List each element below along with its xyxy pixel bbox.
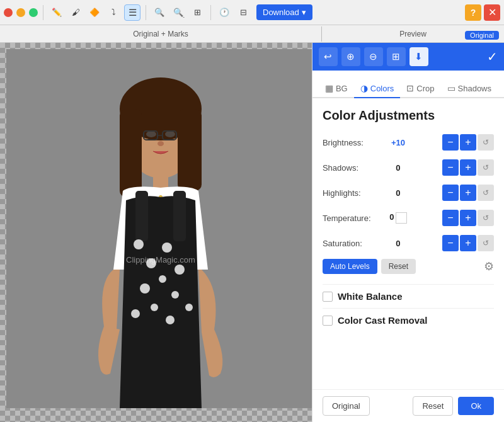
saturation-controls: − + ↺ — [442, 235, 494, 251]
bottom-reset-button[interactable]: Reset — [413, 396, 453, 416]
shadows-tab-icon: ▭ — [447, 83, 455, 93]
svg-point-23 — [151, 304, 158, 311]
reset-all-button[interactable]: Reset — [381, 259, 416, 274]
brightness-decrease[interactable]: − — [442, 134, 459, 151]
panel-zoom-in[interactable]: ⊕ — [341, 47, 360, 66]
shadows-reset[interactable]: ↺ — [478, 159, 494, 176]
tab-colors[interactable]: ◑ Colors — [354, 79, 401, 98]
white-balance-checkbox[interactable] — [323, 292, 333, 302]
undo-button[interactable]: ↩ — [319, 47, 338, 66]
right-toolbar-icons: ? ✕ — [465, 4, 500, 21]
preview-label-area: Preview Original — [322, 30, 504, 38]
temperature-reset[interactable]: ↺ — [478, 210, 494, 226]
crop-tab-icon: ⊡ — [406, 83, 414, 93]
canvas-area[interactable]: ClippingMagic.com — [0, 43, 312, 422]
color-cast-checkbox[interactable] — [323, 316, 333, 326]
svg-point-25 — [185, 304, 193, 311]
auto-levels-button[interactable]: Auto Levels — [323, 259, 377, 274]
brightness-reset[interactable]: ↺ — [478, 134, 494, 151]
panel-download[interactable]: ⬇ — [410, 47, 428, 66]
ok-button[interactable]: Ok — [458, 397, 494, 415]
separator-1 — [43, 5, 43, 20]
fit-view-btn[interactable]: ⊞ — [189, 4, 205, 21]
bottom-action-bar: Original Reset Ok — [312, 389, 504, 422]
saturation-increase[interactable]: + — [460, 235, 476, 251]
tab-bg[interactable]: ▦ BG — [319, 79, 354, 98]
main-toolbar: ✏️ 🖌 🔶 ⤵ ☰ 🔍 🔍- ⊞ 🕐 ⊟ Download ▾ ? ✕ — [0, 0, 504, 25]
help-button[interactable]: ? — [465, 4, 481, 21]
highlights-controls: − + ↺ — [442, 185, 494, 201]
preview-label: Preview — [399, 30, 427, 38]
lasso-tool[interactable]: ⤵ — [105, 4, 122, 21]
marker-tool[interactable]: 🔶 — [86, 4, 103, 21]
color-cast-row: Color Cast Removal — [323, 308, 494, 332]
svg-point-16 — [146, 258, 156, 268]
zoom-in-btn[interactable]: 🔍 — [151, 4, 168, 21]
brightness-row: Brightness: +10 − + ↺ — [323, 133, 494, 152]
separator-2 — [146, 5, 146, 20]
temperature-swatch — [396, 212, 407, 224]
temperature-label: Temperature: — [323, 214, 382, 223]
temperature-decrease[interactable]: − — [442, 210, 459, 226]
panel-fit-view[interactable]: ⊞ — [387, 47, 406, 66]
brightness-value: +10 — [382, 138, 414, 147]
svg-point-5 — [146, 131, 156, 137]
eraser-tool[interactable]: ✏️ — [49, 4, 65, 21]
original-badge[interactable]: Original — [465, 31, 499, 40]
shadows-label: Shadows: — [323, 163, 382, 173]
svg-rect-4 — [178, 109, 202, 191]
minimize-dot[interactable] — [16, 8, 25, 17]
white-balance-label[interactable]: White Balance — [338, 291, 403, 302]
image-container: ClippingMagic.com — [6, 49, 312, 408]
svg-rect-3 — [120, 109, 142, 197]
shadows-value: 0 — [382, 163, 414, 173]
color-cast-label[interactable]: Color Cast Removal — [338, 315, 428, 326]
panel-toolbar: ↩ ⊕ ⊖ ⊞ ⬇ ✓ — [312, 43, 504, 71]
person-illustration — [6, 49, 312, 408]
history-btn[interactable]: 🕐 — [216, 4, 232, 21]
saturation-reset[interactable]: ↺ — [478, 235, 494, 251]
highlights-decrease[interactable]: − — [442, 185, 459, 201]
svg-point-19 — [140, 283, 150, 294]
temperature-increase[interactable]: + — [460, 210, 476, 226]
original-view-button[interactable]: Original — [323, 396, 370, 416]
highlights-reset[interactable]: ↺ — [478, 185, 494, 201]
close-dot[interactable] — [4, 8, 13, 17]
separator-3 — [210, 5, 211, 20]
shadows-decrease[interactable]: − — [442, 159, 459, 176]
download-arrow-icon: ▾ — [302, 8, 306, 17]
brightness-increase[interactable]: + — [460, 134, 476, 151]
tab-shadows[interactable]: ▭ Shadows — [441, 79, 498, 98]
saturation-value: 0 — [382, 239, 414, 248]
shadows-increase[interactable]: + — [460, 159, 476, 176]
highlights-increase[interactable]: + — [460, 185, 476, 201]
download-button[interactable]: Download ▾ — [256, 4, 312, 20]
compare-btn[interactable]: ⊟ — [235, 4, 251, 21]
window-close-button[interactable]: ✕ — [484, 4, 500, 21]
svg-point-15 — [134, 239, 144, 249]
svg-point-6 — [165, 131, 175, 137]
view-labels-row: Original + Marks Preview Original — [0, 25, 504, 43]
tabs-row: ▦ BG ◑ Colors ⊡ Crop ▭ Shadows — [312, 71, 504, 98]
panel-content: Color Adjustments Brightness: +10 − + ↺ … — [312, 98, 504, 389]
bg-tab-icon: ▦ — [325, 83, 333, 93]
brush-tool[interactable]: 🖌 — [67, 4, 84, 21]
expand-dot[interactable] — [29, 8, 38, 17]
download-label: Download — [263, 8, 299, 17]
white-balance-row: White Balance — [323, 284, 494, 308]
saturation-label: Saturation: — [323, 239, 382, 248]
svg-rect-13 — [135, 191, 148, 241]
shadows-row: Shadows: 0 − + ↺ — [323, 158, 494, 177]
svg-point-24 — [166, 316, 175, 324]
tab-crop[interactable]: ⊡ Crop — [400, 79, 440, 98]
shadows-controls: − + ↺ — [442, 159, 494, 176]
zoom-out-btn[interactable]: 🔍- — [170, 4, 186, 21]
saturation-decrease[interactable]: − — [442, 235, 459, 251]
settings-gear-button[interactable]: ⚙ — [484, 259, 494, 273]
hand-tool[interactable]: ☰ — [124, 4, 140, 21]
panel-checkmark[interactable]: ✓ — [487, 49, 498, 64]
brightness-controls: − + ↺ — [442, 134, 494, 151]
highlights-label: Highlights: — [323, 188, 382, 198]
panel-zoom-out[interactable]: ⊖ — [364, 47, 383, 66]
crop-tab-label: Crop — [416, 84, 434, 93]
